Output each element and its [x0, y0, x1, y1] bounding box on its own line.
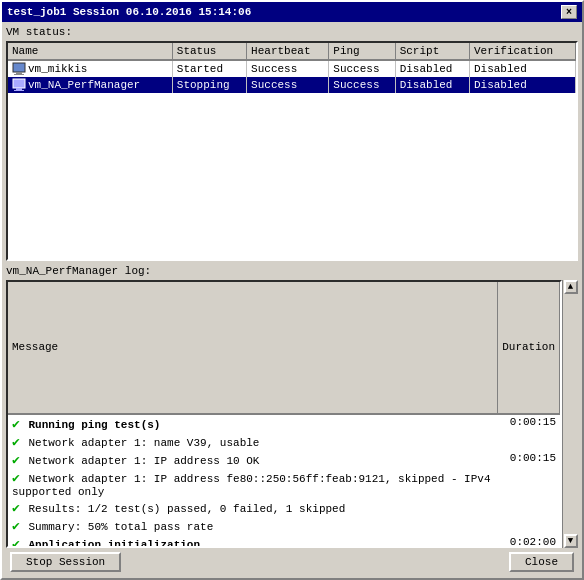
vm-row-cell: Stopping [172, 77, 246, 93]
stop-session-button[interactable]: Stop Session [10, 552, 121, 572]
vm-row-cell: Success [247, 60, 329, 77]
col-header-status: Status [172, 43, 246, 60]
log-row: ✔ Network adapter 1: name V39, usable [8, 433, 560, 451]
log-message: ✔ Network adapter 1: IP address fe80::25… [8, 469, 500, 499]
log-message: ✔ Application initialization [8, 535, 500, 547]
check-icon: ✔ [12, 435, 20, 450]
log-body-table: ✔ Running ping test(s)0:00:15✔ Network a… [8, 415, 560, 547]
col-header-ping: Ping [329, 43, 395, 60]
svg-rect-5 [14, 90, 24, 91]
title-bar: test_job1 Session 06.10.2016 15:14:06 × [2, 2, 582, 22]
log-outer: Message Duration ✔ Running ping test(s)0… [6, 280, 578, 548]
vm-row-name: vm_NA_PerfManager [8, 77, 172, 93]
log-row: ✔ Network adapter 1: IP address 10 OK0:0… [8, 451, 560, 469]
scroll-up-button[interactable]: ▲ [564, 280, 578, 294]
log-message: ✔ Running ping test(s) [8, 415, 500, 433]
content-area: VM status: Name Status Heartbeat Ping Sc… [2, 22, 582, 578]
log-table-header: Message Duration [8, 282, 560, 415]
main-window: test_job1 Session 06.10.2016 15:14:06 × … [0, 0, 584, 580]
vm-table-container: Name Status Heartbeat Ping Script Verifi… [6, 41, 578, 261]
log-message: ✔ Results: 1/2 test(s) passed, 0 failed,… [8, 499, 500, 517]
log-container: Message Duration ✔ Running ping test(s)0… [6, 280, 562, 548]
log-col-message: Message [8, 282, 498, 414]
vm-row-cell: Disabled [395, 60, 469, 77]
bottom-bar: Stop Session Close [6, 548, 578, 574]
check-icon: ✔ [12, 537, 20, 547]
scrollbar[interactable]: ▲ ▼ [562, 280, 578, 548]
window-title: test_job1 Session 06.10.2016 15:14:06 [7, 6, 251, 18]
check-icon: ✔ [12, 519, 20, 534]
vm-icon [12, 79, 28, 91]
vm-row-name: vm_mikkis [8, 60, 172, 77]
log-duration [500, 433, 560, 451]
check-icon: ✔ [12, 501, 20, 516]
scroll-down-button[interactable]: ▼ [564, 534, 578, 548]
vm-row-cell: Disabled [469, 60, 575, 77]
svg-rect-1 [16, 72, 22, 74]
log-duration: 0:00:15 [500, 451, 560, 469]
vm-icon [12, 63, 28, 75]
log-duration: 0:02:00 [500, 535, 560, 547]
svg-rect-4 [16, 88, 22, 90]
svg-rect-2 [14, 74, 24, 75]
log-duration [500, 469, 560, 499]
log-col-duration: Duration [498, 282, 560, 414]
log-row: ✔ Application initialization0:02:00 [8, 535, 560, 547]
log-message: ✔ Summary: 50% total pass rate [8, 517, 500, 535]
vm-row-cell: Success [329, 60, 395, 77]
vm-table: Name Status Heartbeat Ping Script Verifi… [8, 43, 576, 93]
log-row: ✔ Results: 1/2 test(s) passed, 0 failed,… [8, 499, 560, 517]
log-duration: 0:00:15 [500, 415, 560, 433]
log-message: ✔ Network adapter 1: IP address 10 OK [8, 451, 500, 469]
vm-row-cell: Success [247, 77, 329, 93]
vm-row-cell: Started [172, 60, 246, 77]
vm-row-cell: Success [329, 77, 395, 93]
col-header-verification: Verification [469, 43, 575, 60]
log-row: ✔ Summary: 50% total pass rate [8, 517, 560, 535]
vm-row-cell: Disabled [395, 77, 469, 93]
col-header-heartbeat: Heartbeat [247, 43, 329, 60]
close-button[interactable]: Close [509, 552, 574, 572]
log-duration [500, 499, 560, 517]
close-icon[interactable]: × [561, 5, 577, 19]
log-row: ✔ Running ping test(s)0:00:15 [8, 415, 560, 433]
svg-rect-3 [13, 79, 25, 88]
svg-rect-0 [13, 63, 25, 72]
log-scroll[interactable]: ✔ Running ping test(s)0:00:15✔ Network a… [8, 415, 560, 547]
col-header-script: Script [395, 43, 469, 60]
log-row: ✔ Network adapter 1: IP address fe80::25… [8, 469, 560, 499]
log-label: vm_NA_PerfManager log: [6, 265, 578, 277]
col-header-name: Name [8, 43, 172, 60]
check-icon: ✔ [12, 417, 20, 432]
check-icon: ✔ [12, 471, 20, 486]
vm-status-label: VM status: [6, 26, 578, 38]
log-duration [500, 517, 560, 535]
log-message: ✔ Network adapter 1: name V39, usable [8, 433, 500, 451]
vm-row-cell: Disabled [469, 77, 575, 93]
check-icon: ✔ [12, 453, 20, 468]
